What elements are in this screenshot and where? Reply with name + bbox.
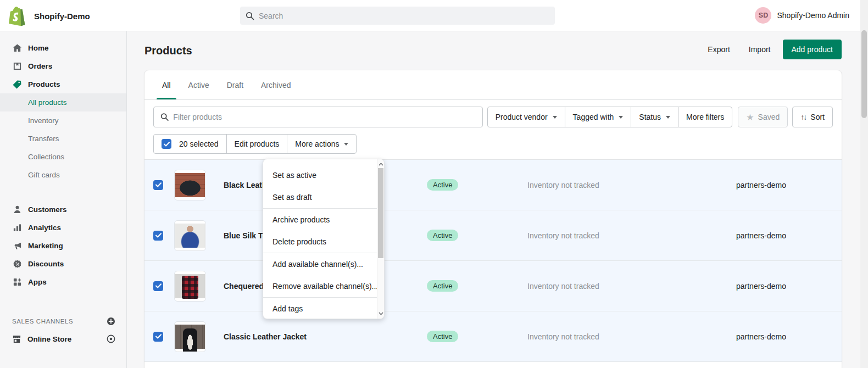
menu-scrollbar[interactable] xyxy=(377,159,384,319)
user-menu[interactable]: SD Shopify-Demo Admin xyxy=(755,7,849,24)
menu-item-set-as-draft[interactable]: Set as draft xyxy=(263,186,377,208)
tab-draft[interactable]: Draft xyxy=(218,70,252,99)
home-icon xyxy=(12,43,22,53)
export-button[interactable]: Export xyxy=(701,41,736,58)
global-search[interactable] xyxy=(240,7,555,25)
sidebar-nav: Home Orders Products All products Invent… xyxy=(0,31,127,368)
menu-item-remove-available-channels[interactable]: Remove available channel(s)... xyxy=(263,275,377,297)
product-vendor: partners-demo xyxy=(736,231,842,240)
edit-products-button[interactable]: Edit products xyxy=(226,134,288,154)
tab-archived[interactable]: Archived xyxy=(252,70,299,99)
row-checkbox[interactable] xyxy=(153,332,163,342)
product-row[interactable]: Blue Silk Tu Active Inventory not tracke… xyxy=(144,210,842,261)
menu-item-set-as-active[interactable]: Set as active xyxy=(263,164,377,186)
sidebar-item-analytics[interactable]: Analytics xyxy=(0,219,126,237)
filter-button-group: Product vendor Tagged with Status More f… xyxy=(487,107,733,127)
product-vendor-filter[interactable]: Product vendor xyxy=(487,107,565,127)
product-thumbnail xyxy=(174,271,206,302)
chevron-down-icon xyxy=(344,143,348,146)
page-scrollbar-thumb[interactable] xyxy=(861,30,867,118)
global-search-input[interactable] xyxy=(259,12,549,20)
product-vendor: partners-demo xyxy=(736,282,842,291)
more-actions-menu: Set as active Set as draft Archive produ… xyxy=(263,159,385,319)
product-title[interactable]: Classic Leather Jacket xyxy=(224,332,427,341)
sidebar-item-discounts[interactable]: Discounts xyxy=(0,255,126,273)
products-icon xyxy=(12,80,22,90)
status-badge: Active xyxy=(427,230,458,241)
sidebar-subitem-collections[interactable]: Collections xyxy=(0,148,126,166)
product-thumbnail xyxy=(174,321,206,352)
product-row[interactable]: Chequered Active Inventory not tracked p… xyxy=(144,261,842,311)
chevron-down-icon xyxy=(666,116,670,119)
main-content: Products Export Import Add product All A… xyxy=(127,31,868,368)
marketing-icon xyxy=(12,241,22,251)
inventory-status: Inventory not tracked xyxy=(527,181,736,189)
sidebar-subitem-all-products[interactable]: All products xyxy=(0,93,126,111)
add-channel-icon[interactable] xyxy=(107,317,115,326)
inventory-status: Inventory not tracked xyxy=(527,282,736,291)
filter-products-field[interactable] xyxy=(153,107,483,127)
selected-count: 20 selected xyxy=(179,140,219,148)
sidebar-item-label: Home xyxy=(28,44,49,52)
tagged-with-filter[interactable]: Tagged with xyxy=(565,107,632,127)
filter-bar: Product vendor Tagged with Status More f… xyxy=(144,100,842,133)
product-list: Black Leath Active Inventory not tracked… xyxy=(144,159,842,362)
sidebar-subitem-inventory[interactable]: Inventory xyxy=(0,111,126,130)
page-title: Products xyxy=(144,44,192,57)
row-checkbox[interactable] xyxy=(153,231,163,241)
product-vendor: partners-demo xyxy=(736,181,842,189)
select-all-checkbox[interactable] xyxy=(162,139,171,149)
sidebar-item-products[interactable]: Products xyxy=(0,75,126,93)
menu-item-add-available-channels[interactable]: Add available channel(s)... xyxy=(263,253,377,275)
scroll-down-icon[interactable] xyxy=(377,310,384,317)
menu-item-archive-products[interactable]: Archive products xyxy=(263,209,377,231)
star-icon: ★ xyxy=(746,112,754,122)
store-name: Shopify-Demo xyxy=(34,12,90,21)
select-all-button[interactable]: 20 selected xyxy=(153,134,227,154)
search-icon xyxy=(246,12,254,20)
chevron-down-icon xyxy=(553,116,557,119)
filter-products-input[interactable] xyxy=(173,113,475,121)
store-brand[interactable]: Shopify-Demo xyxy=(8,5,90,26)
sidebar-item-orders[interactable]: Orders xyxy=(0,57,126,75)
menu-item-delete-products[interactable]: Delete products xyxy=(263,231,377,253)
add-product-button[interactable]: Add product xyxy=(783,40,842,59)
row-checkbox[interactable] xyxy=(153,281,163,291)
scroll-up-icon[interactable] xyxy=(377,160,384,168)
discounts-icon xyxy=(12,259,22,269)
chevron-down-icon xyxy=(619,116,623,119)
menu-item-add-tags[interactable]: Add tags xyxy=(263,298,377,319)
tab-active[interactable]: Active xyxy=(180,70,218,99)
tab-all[interactable]: All xyxy=(153,70,180,99)
status-badge: Active xyxy=(427,179,458,191)
sidebar-item-marketing[interactable]: Marketing xyxy=(0,237,126,255)
sidebar-item-home[interactable]: Home xyxy=(0,39,126,57)
product-row[interactable]: Classic Leather Jacket Active Inventory … xyxy=(144,311,842,362)
sidebar-subitem-transfers[interactable]: Transfers xyxy=(0,130,126,148)
top-bar: Shopify-Demo SD Shopify-Demo Admin xyxy=(0,0,868,31)
saved-filters-button[interactable]: ★ Saved xyxy=(738,107,788,127)
user-avatar: SD xyxy=(755,7,771,24)
sidebar-item-label: Products xyxy=(28,80,60,88)
inventory-status: Inventory not tracked xyxy=(527,332,736,341)
sidebar-item-customers[interactable]: Customers xyxy=(0,200,126,219)
product-vendor: partners-demo xyxy=(736,332,842,341)
sidebar-item-apps[interactable]: Apps xyxy=(0,273,126,291)
row-checkbox[interactable] xyxy=(153,180,163,190)
product-row[interactable]: Black Leath Active Inventory not tracked… xyxy=(144,160,842,210)
more-filters-button[interactable]: More filters xyxy=(678,107,732,127)
menu-scrollbar-thumb[interactable] xyxy=(378,168,383,258)
status-filter[interactable]: Status xyxy=(631,107,678,127)
sort-button[interactable]: ↑↓ Sort xyxy=(792,107,833,127)
more-actions-button[interactable]: More actions xyxy=(287,134,357,154)
sidebar-subitem-gift-cards[interactable]: Gift cards xyxy=(0,166,126,184)
import-button[interactable]: Import xyxy=(742,41,777,58)
page-scrollbar[interactable] xyxy=(860,0,868,368)
view-store-eye-icon[interactable] xyxy=(107,334,115,343)
analytics-icon xyxy=(12,223,22,233)
sidebar-item-online-store[interactable]: Online Store xyxy=(0,330,126,348)
status-badge: Active xyxy=(427,280,458,292)
customers-icon xyxy=(12,205,22,215)
orders-icon xyxy=(12,62,22,71)
bulk-actions-bar: 20 selected Edit products More actions xyxy=(144,133,842,159)
